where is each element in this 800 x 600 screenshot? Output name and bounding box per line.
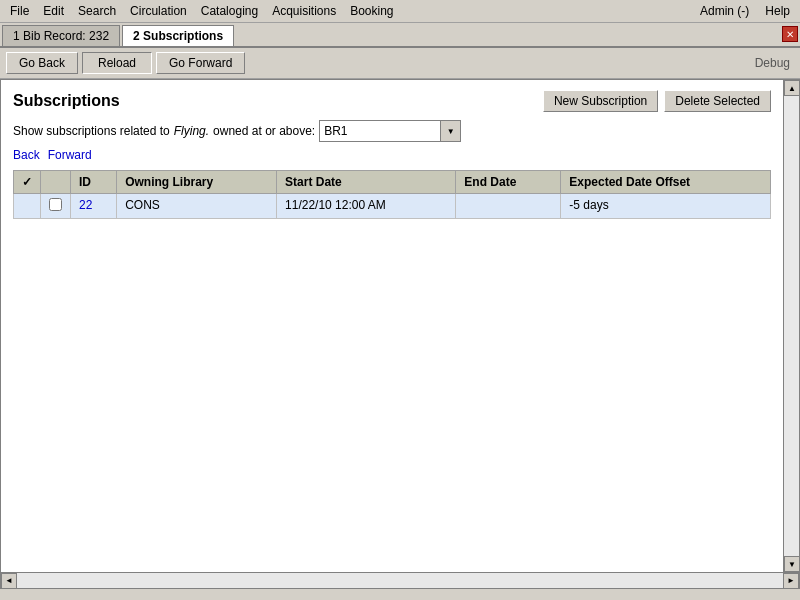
- scroll-down-button[interactable]: ▼: [784, 556, 799, 572]
- content-area: Subscriptions New Subscription Delete Se…: [1, 80, 783, 572]
- tab-bib-record[interactable]: 1 Bib Record: 232: [2, 25, 120, 46]
- menu-circulation[interactable]: Circulation: [124, 2, 193, 20]
- menu-edit[interactable]: Edit: [37, 2, 70, 20]
- go-back-button[interactable]: Go Back: [6, 52, 78, 74]
- nav-buttons: Go Back Reload Go Forward: [6, 52, 245, 74]
- admin-menu[interactable]: Admin (-): [694, 2, 755, 20]
- forward-link[interactable]: Forward: [48, 148, 92, 162]
- header-check-mark: ✓: [14, 171, 41, 194]
- go-forward-button[interactable]: Go Forward: [156, 52, 245, 74]
- close-button[interactable]: ✕: [782, 26, 798, 42]
- dropdown-arrow-icon[interactable]: ▼: [440, 121, 460, 141]
- menu-acquisitions[interactable]: Acquisitions: [266, 2, 342, 20]
- row-checkbox-cell: [41, 194, 71, 219]
- nav-bar: Go Back Reload Go Forward Debug: [0, 48, 800, 79]
- menu-file[interactable]: File: [4, 2, 35, 20]
- vertical-scrollbar[interactable]: ▲ ▼: [783, 80, 799, 572]
- row-start-date: 11/22/10 12:00 AM: [277, 194, 456, 219]
- scroll-h-track[interactable]: [17, 573, 783, 588]
- row-owning-library: CONS: [117, 194, 277, 219]
- row-id: 22: [71, 194, 117, 219]
- main-content: Subscriptions New Subscription Delete Se…: [0, 79, 800, 589]
- menu-cataloging[interactable]: Cataloging: [195, 2, 264, 20]
- scroll-up-button[interactable]: ▲: [784, 80, 799, 96]
- scroll-left-button[interactable]: ◄: [1, 573, 17, 589]
- subscriptions-title: Subscriptions: [13, 92, 120, 110]
- header-buttons: New Subscription Delete Selected: [543, 90, 771, 112]
- scroll-right-button[interactable]: ►: [783, 573, 799, 589]
- header-owning-library: Owning Library: [117, 171, 277, 194]
- help-menu[interactable]: Help: [759, 2, 796, 20]
- reload-button[interactable]: Reload: [82, 52, 152, 74]
- row-id-link[interactable]: 22: [79, 198, 92, 212]
- scroll-track[interactable]: [784, 96, 799, 556]
- content-with-scroll: Subscriptions New Subscription Delete Se…: [1, 80, 799, 572]
- filter-suffix-text: owned at or above:: [213, 124, 315, 138]
- row-tick: [14, 194, 41, 219]
- debug-label: Debug: [755, 56, 790, 70]
- row-expected-date-offset: -5 days: [561, 194, 771, 219]
- tab-subscriptions[interactable]: 2 Subscriptions: [122, 25, 234, 46]
- filter-title-text: Flying.: [174, 124, 209, 138]
- menu-bar: File Edit Search Circulation Cataloging …: [0, 0, 800, 23]
- header-id: ID: [71, 171, 117, 194]
- menu-right: Admin (-) Help: [694, 2, 796, 20]
- library-dropdown[interactable]: ▼: [319, 120, 461, 142]
- tab-bar: 1 Bib Record: 232 2 Subscriptions ✕: [0, 23, 800, 48]
- table-header: ✓ ID Owning Library Start Date End Date …: [14, 171, 771, 194]
- menu-booking[interactable]: Booking: [344, 2, 399, 20]
- horizontal-scrollbar[interactable]: ◄ ►: [1, 572, 799, 588]
- header-start-date: Start Date: [277, 171, 456, 194]
- new-subscription-button[interactable]: New Subscription: [543, 90, 658, 112]
- header-end-date: End Date: [456, 171, 561, 194]
- library-input[interactable]: [320, 123, 440, 139]
- menu-search[interactable]: Search: [72, 2, 122, 20]
- header-checkbox: [41, 171, 71, 194]
- table-row: 22 CONS 11/22/10 12:00 AM -5 days: [14, 194, 771, 219]
- row-end-date: [456, 194, 561, 219]
- delete-selected-button[interactable]: Delete Selected: [664, 90, 771, 112]
- header-expected-date-offset: Expected Date Offset: [561, 171, 771, 194]
- subscriptions-header: Subscriptions New Subscription Delete Se…: [13, 90, 771, 112]
- back-link[interactable]: Back: [13, 148, 40, 162]
- filter-prefix-text: Show subscriptions related to: [13, 124, 170, 138]
- filter-row: Show subscriptions related to Flying. ow…: [13, 120, 771, 142]
- subscriptions-table: ✓ ID Owning Library Start Date End Date …: [13, 170, 771, 219]
- menu-items: File Edit Search Circulation Cataloging …: [4, 2, 400, 20]
- row-checkbox[interactable]: [49, 198, 62, 211]
- table-body: 22 CONS 11/22/10 12:00 AM -5 days: [14, 194, 771, 219]
- nav-links: Back Forward: [13, 148, 771, 162]
